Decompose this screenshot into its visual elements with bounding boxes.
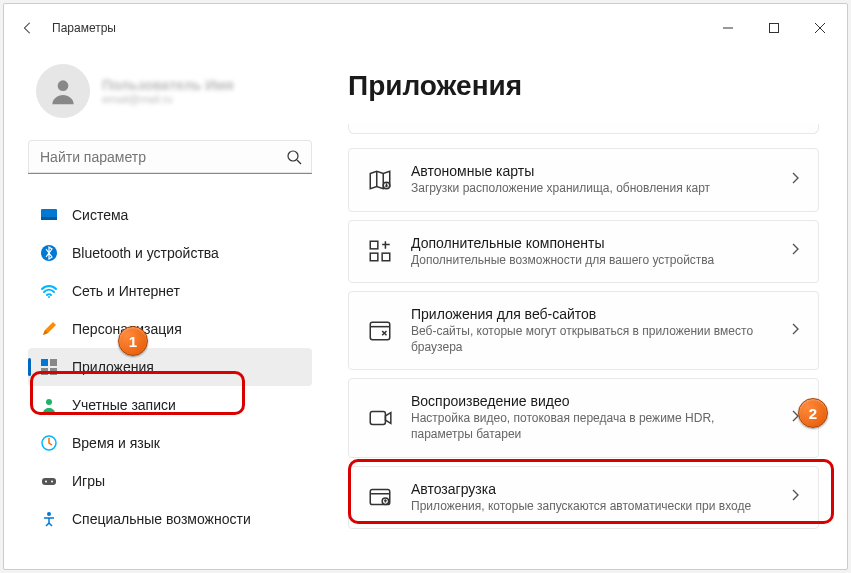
- sidebar-item-accounts[interactable]: Учетные записи: [28, 386, 312, 424]
- svg-rect-7: [41, 359, 48, 366]
- sidebar-item-label: Система: [72, 207, 128, 223]
- card-subtitle: Веб-сайты, которые могут открываться в п…: [411, 324, 772, 355]
- person-icon: [40, 396, 58, 414]
- wifi-icon: [40, 282, 58, 300]
- svg-rect-10: [50, 368, 57, 375]
- card-title: Дополнительные компоненты: [411, 235, 772, 251]
- gamepad-icon: [40, 472, 58, 490]
- search-icon: [286, 149, 302, 165]
- sidebar-item-accessibility[interactable]: Специальные возможности: [28, 500, 312, 538]
- card-subtitle: Дополнительные возможности для вашего ус…: [411, 253, 772, 269]
- sidebar-item-label: Специальные возможности: [72, 511, 251, 527]
- svg-point-16: [47, 512, 51, 516]
- apps-icon: [40, 358, 58, 376]
- minimize-button[interactable]: [705, 12, 751, 44]
- svg-rect-4: [41, 217, 57, 220]
- display-icon: [40, 206, 58, 224]
- card-startup[interactable]: Автозагрузка Приложения, которые запуска…: [348, 466, 819, 530]
- chevron-right-icon: [790, 171, 800, 189]
- window-title: Параметры: [52, 21, 116, 35]
- svg-point-6: [48, 296, 50, 298]
- svg-point-15: [51, 481, 53, 483]
- annotation-badge-2: 2: [798, 398, 828, 428]
- svg-rect-19: [370, 254, 378, 262]
- sidebar-item-apps[interactable]: Приложения: [28, 348, 312, 386]
- main-content: Приложения Автономные карты Загрузки рас…: [324, 52, 847, 569]
- sidebar-item-bluetooth[interactable]: Bluetooth и устройства: [28, 234, 312, 272]
- close-button[interactable]: [797, 12, 843, 44]
- svg-rect-0: [770, 24, 779, 33]
- nav-list: Система Bluetooth и устройства Сеть и Ин…: [28, 196, 312, 538]
- sidebar-item-system[interactable]: Система: [28, 196, 312, 234]
- card-optional-features[interactable]: Дополнительные компоненты Дополнительные…: [348, 220, 819, 284]
- brush-icon: [40, 320, 58, 338]
- annotation-badge-1: 1: [118, 326, 148, 356]
- maximize-button[interactable]: [751, 12, 797, 44]
- card-partial-top: [348, 124, 819, 134]
- svg-point-14: [45, 481, 47, 483]
- clock-globe-icon: [40, 434, 58, 452]
- profile-block[interactable]: Пользователь Имя email@mail.ru: [28, 60, 312, 122]
- card-subtitle: Настройка видео, потоковая передача в ре…: [411, 411, 772, 442]
- card-subtitle: Приложения, которые запускаются автомати…: [411, 499, 772, 515]
- search-box: [28, 140, 312, 174]
- svg-point-2: [288, 151, 298, 161]
- sidebar-item-label: Bluetooth и устройства: [72, 245, 219, 261]
- svg-rect-8: [50, 359, 57, 366]
- card-video-playback[interactable]: Воспроизведение видео Настройка видео, п…: [348, 378, 819, 457]
- sidebar-item-gaming[interactable]: Игры: [28, 462, 312, 500]
- svg-rect-18: [370, 242, 378, 250]
- svg-point-11: [46, 399, 52, 405]
- window-controls: [705, 12, 843, 44]
- back-button[interactable]: [8, 8, 48, 48]
- startup-icon: [367, 484, 393, 510]
- sidebar-item-network[interactable]: Сеть и Интернет: [28, 272, 312, 310]
- chevron-right-icon: [790, 488, 800, 506]
- svg-rect-21: [370, 322, 390, 339]
- chevron-right-icon: [790, 242, 800, 260]
- svg-rect-13: [42, 478, 56, 485]
- svg-point-1: [58, 80, 69, 91]
- titlebar: Параметры: [4, 4, 847, 52]
- avatar: [36, 64, 90, 118]
- accessibility-icon: [40, 510, 58, 528]
- svg-rect-9: [41, 368, 48, 375]
- sidebar-item-label: Сеть и Интернет: [72, 283, 180, 299]
- page-title: Приложения: [348, 70, 819, 102]
- card-title: Приложения для веб-сайтов: [411, 306, 772, 322]
- sidebar-item-label: Игры: [72, 473, 105, 489]
- card-title: Автономные карты: [411, 163, 772, 179]
- svg-rect-20: [382, 254, 390, 262]
- card-offline-maps[interactable]: Автономные карты Загрузки расположение х…: [348, 148, 819, 212]
- profile-name: Пользователь Имя: [102, 77, 234, 93]
- website-app-icon: [367, 318, 393, 344]
- map-icon: [367, 167, 393, 193]
- video-icon: [367, 405, 393, 431]
- profile-email: email@mail.ru: [102, 93, 234, 105]
- sidebar-item-label: Время и язык: [72, 435, 160, 451]
- card-title: Воспроизведение видео: [411, 393, 772, 409]
- bluetooth-icon: [40, 244, 58, 262]
- sidebar-item-label: Приложения: [72, 359, 154, 375]
- sidebar: Пользователь Имя email@mail.ru Система B…: [4, 52, 324, 569]
- sidebar-item-label: Учетные записи: [72, 397, 176, 413]
- search-input[interactable]: [28, 140, 312, 174]
- chevron-right-icon: [790, 322, 800, 340]
- sidebar-item-time[interactable]: Время и язык: [28, 424, 312, 462]
- sidebar-item-personalization[interactable]: Персонализация: [28, 310, 312, 348]
- components-icon: [367, 238, 393, 264]
- card-apps-for-websites[interactable]: Приложения для веб-сайтов Веб-сайты, кот…: [348, 291, 819, 370]
- settings-window: Параметры Пользователь Имя email@mail.ru: [3, 3, 848, 570]
- card-title: Автозагрузка: [411, 481, 772, 497]
- svg-rect-22: [370, 411, 385, 424]
- card-subtitle: Загрузки расположение хранилища, обновле…: [411, 181, 772, 197]
